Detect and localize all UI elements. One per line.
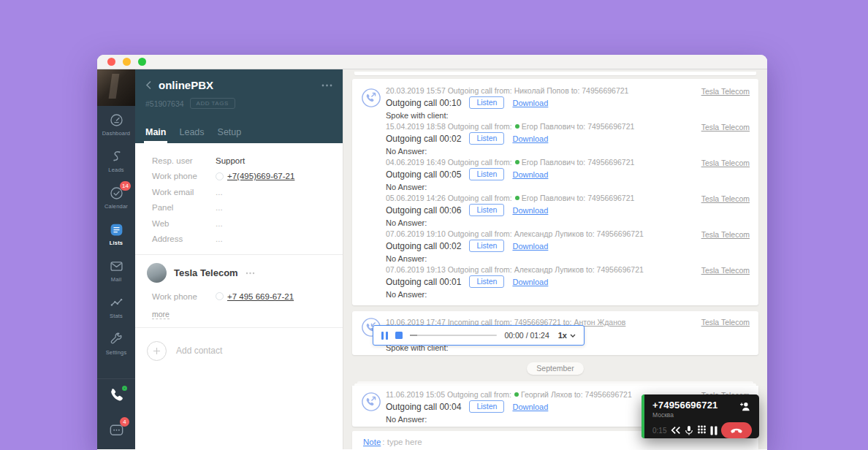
online-dot bbox=[515, 196, 519, 200]
sidebar-items: DashboardLeads14CalendarListsMailStatsSe… bbox=[97, 106, 135, 362]
company-link[interactable]: Tesla Telecom bbox=[701, 159, 750, 167]
mail-icon bbox=[109, 259, 124, 274]
call-meta: 07.06.2019 19:10 Outgoing call from: Але… bbox=[386, 229, 679, 238]
call-meta: 04.06.2019 16:49 Outgoing call from: Его… bbox=[386, 157, 679, 167]
outgoing-call-icon bbox=[361, 88, 381, 108]
sidebar-item-lists[interactable]: Lists bbox=[97, 216, 135, 252]
chat-button[interactable]: 4 bbox=[97, 414, 135, 449]
sidebar-item-label: Settings bbox=[106, 349, 127, 356]
user-avatar[interactable] bbox=[97, 69, 135, 106]
sidebar-item-mail[interactable]: Mail bbox=[97, 252, 135, 289]
tab-setup[interactable]: Setup bbox=[218, 127, 242, 143]
phone-type-icon bbox=[216, 292, 224, 300]
hangup-button[interactable] bbox=[721, 422, 752, 438]
phone-link[interactable]: +7(495)669-67-21 bbox=[227, 172, 294, 180]
company-menu-icon[interactable] bbox=[245, 272, 255, 275]
field-empty-value[interactable]: ... bbox=[216, 188, 223, 197]
company-link[interactable]: Tesla Telecom bbox=[701, 318, 750, 327]
tab-main[interactable]: Main bbox=[145, 127, 166, 143]
phone-call-button[interactable] bbox=[97, 379, 135, 414]
call-result: No Answer: bbox=[386, 415, 679, 424]
listen-button[interactable]: Listen bbox=[469, 400, 504, 413]
progress-bar[interactable] bbox=[410, 335, 497, 336]
stop-icon[interactable] bbox=[395, 332, 403, 339]
field-value[interactable]: Support bbox=[216, 156, 245, 165]
contact-field-row: Resp. userSupport bbox=[135, 153, 343, 169]
back-icon[interactable] bbox=[145, 80, 152, 90]
call-record: 04.06.2019 16:49 Outgoing call from: Его… bbox=[352, 157, 758, 193]
sidebar-item-leads[interactable]: Leads bbox=[97, 142, 135, 179]
contact-body: Resp. userSupportWork phone+7(495)669-67… bbox=[135, 143, 343, 449]
download-link[interactable]: Download bbox=[512, 170, 548, 179]
playback-speed-select[interactable]: 1x bbox=[558, 331, 576, 340]
zoom-window-button[interactable] bbox=[138, 58, 146, 66]
close-window-button[interactable] bbox=[107, 58, 115, 66]
note-type-link[interactable]: Note bbox=[363, 438, 381, 446]
contact-field-row: Address... bbox=[135, 232, 343, 248]
listen-button[interactable]: Listen bbox=[469, 132, 504, 145]
month-divider: September bbox=[527, 362, 583, 375]
listen-button[interactable]: Listen bbox=[469, 240, 504, 252]
call-duration: Outgoing call 00:05 bbox=[386, 169, 461, 180]
listen-button[interactable]: Listen bbox=[469, 168, 504, 180]
download-link[interactable]: Download bbox=[512, 206, 548, 215]
main-sidebar: DashboardLeads14CalendarListsMailStatsSe… bbox=[97, 69, 135, 449]
field-label: Work phone bbox=[152, 172, 216, 180]
field-empty-value[interactable]: ... bbox=[216, 234, 223, 243]
company-link[interactable]: Tesla Telecom bbox=[701, 230, 750, 239]
sidebar-item-stats[interactable]: Stats bbox=[97, 289, 135, 325]
hold-icon[interactable] bbox=[710, 426, 717, 435]
add-contact-label: Add contact bbox=[176, 346, 222, 356]
field-label: Resp. user bbox=[152, 156, 216, 165]
download-link[interactable]: Download bbox=[512, 99, 548, 107]
sidebar-item-label: Leads bbox=[108, 167, 123, 173]
company-link[interactable]: Tesla Telecom bbox=[701, 194, 750, 203]
dashboard-icon bbox=[109, 113, 124, 128]
microphone-icon[interactable] bbox=[685, 425, 693, 436]
online-dot bbox=[514, 392, 519, 397]
sidebar-item-label: Calendar bbox=[104, 203, 128, 210]
download-link[interactable]: Download bbox=[512, 403, 548, 411]
company-phone-link[interactable]: +7 495 669-67-21 bbox=[227, 292, 294, 301]
contact-fields: Resp. userSupportWork phone+7(495)669-67… bbox=[135, 153, 343, 247]
speed-value: 1x bbox=[558, 331, 567, 340]
company-link[interactable]: Tesla Telecom bbox=[701, 266, 750, 275]
listen-button[interactable]: Listen bbox=[469, 204, 504, 216]
plus-icon bbox=[147, 341, 167, 361]
call-result: No Answer: bbox=[386, 290, 679, 299]
call-record: 20.03.2019 15:57 Outgoing call from: Ник… bbox=[352, 85, 758, 121]
field-empty-value[interactable]: ... bbox=[216, 203, 223, 212]
more-menu-icon[interactable] bbox=[321, 84, 332, 87]
add-contact-button[interactable]: Add contact bbox=[135, 335, 343, 361]
lists-icon bbox=[109, 222, 124, 237]
sidebar-item-label: Lists bbox=[110, 240, 123, 246]
download-link[interactable]: Download bbox=[512, 242, 548, 251]
download-link[interactable]: Download bbox=[512, 278, 548, 286]
company-link[interactable]: Tesla Telecom bbox=[701, 87, 750, 96]
add-tags-button[interactable]: ADD TAGS bbox=[190, 98, 235, 109]
listen-button[interactable]: Listen bbox=[469, 96, 504, 109]
contact-field-row: Panel... bbox=[135, 200, 343, 216]
sidebar-item-dashboard[interactable]: Dashboard bbox=[97, 106, 135, 142]
minimize-window-button[interactable] bbox=[123, 58, 131, 66]
more-link[interactable]: more bbox=[152, 310, 170, 319]
sidebar-item-settings[interactable]: Settings bbox=[97, 325, 135, 362]
call-result: Spoke with client: bbox=[386, 111, 679, 120]
add-person-icon[interactable] bbox=[739, 401, 751, 411]
download-link[interactable]: Download bbox=[512, 134, 548, 143]
dialpad-icon[interactable] bbox=[697, 425, 707, 435]
field-label: Web bbox=[152, 219, 216, 228]
company-name[interactable]: Tesla Telecom bbox=[174, 267, 238, 278]
chevron-down-icon bbox=[570, 334, 576, 338]
field-empty-value[interactable]: ... bbox=[216, 219, 223, 228]
sidebar-item-calendar[interactable]: 14Calendar bbox=[97, 179, 135, 216]
company-avatar[interactable] bbox=[147, 263, 167, 283]
calls-card: 20.03.2019 15:57 Outgoing call from: Ник… bbox=[352, 79, 758, 305]
company-link[interactable]: Tesla Telecom bbox=[701, 123, 750, 131]
listen-button[interactable]: Listen bbox=[469, 275, 504, 288]
contact-panel: onlinePBX #51907634 ADD TAGS MainLeadsSe… bbox=[135, 69, 343, 449]
tab-leads[interactable]: Leads bbox=[179, 127, 204, 143]
transfer-call-icon[interactable] bbox=[671, 426, 681, 435]
call-meta: 15.04.2019 18:58 Outgoing call from: Его… bbox=[386, 121, 679, 131]
pause-icon[interactable] bbox=[381, 332, 388, 340]
